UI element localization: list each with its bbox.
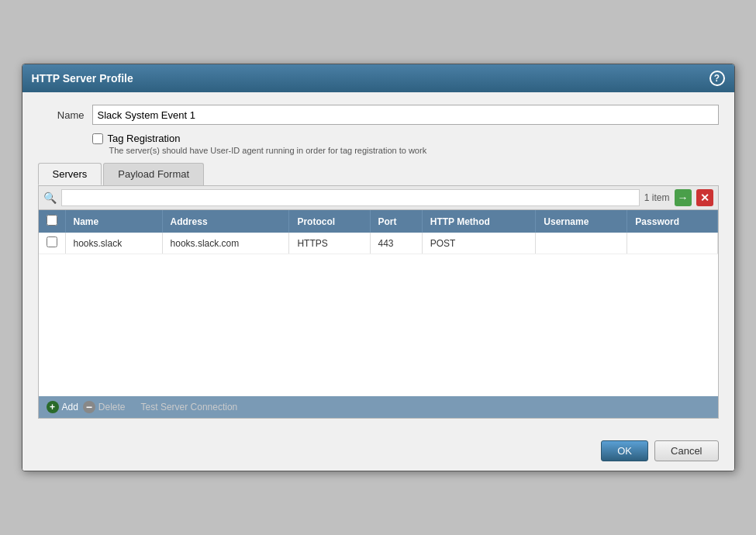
tabs-container: Servers Payload Format 🔍 1 item → ✕ bbox=[38, 163, 719, 419]
row-name: hooks.slack bbox=[65, 233, 162, 254]
row-port: 443 bbox=[370, 233, 422, 254]
test-label: Test Server Connection bbox=[141, 402, 238, 412]
delete-button[interactable]: − Delete bbox=[83, 401, 126, 413]
col-checkbox bbox=[39, 210, 66, 233]
name-label: Name bbox=[38, 109, 85, 121]
tag-registration-label: Tag Registration bbox=[108, 133, 181, 144]
plus-icon: + bbox=[47, 401, 59, 413]
search-icon: 🔍 bbox=[43, 192, 57, 204]
item-count: 1 item bbox=[644, 192, 670, 203]
minus-icon: − bbox=[83, 401, 95, 413]
col-password: Password bbox=[627, 210, 717, 233]
table-header: Name Address Protocol Port HTTP Method U… bbox=[39, 210, 718, 233]
dialog-title: HTTP Server Profile bbox=[32, 72, 133, 85]
name-input[interactable] bbox=[92, 105, 719, 125]
http-server-profile-dialog: HTTP Server Profile ? Name Tag Registrat… bbox=[22, 64, 735, 471]
select-all-checkbox[interactable] bbox=[47, 215, 57, 226]
search-bar: 🔍 1 item → ✕ bbox=[39, 186, 718, 210]
tag-registration-checkbox-line: Tag Registration bbox=[92, 133, 181, 144]
dialog-footer: OK Cancel bbox=[22, 431, 734, 471]
tab-servers[interactable]: Servers bbox=[38, 163, 102, 185]
row-checkbox[interactable] bbox=[47, 236, 57, 247]
row-username bbox=[536, 233, 627, 254]
search-input[interactable] bbox=[61, 189, 640, 206]
add-row-button[interactable]: → bbox=[675, 189, 692, 206]
servers-table: Name Address Protocol Port HTTP Method U… bbox=[39, 210, 718, 254]
tag-registration-hint: The server(s) should have User-ID agent … bbox=[109, 146, 427, 155]
table-body: hooks.slack hooks.slack.com HTTPS 443 PO… bbox=[39, 233, 718, 254]
table-row[interactable]: hooks.slack hooks.slack.com HTTPS 443 PO… bbox=[39, 233, 718, 254]
col-protocol: Protocol bbox=[289, 210, 370, 233]
ok-button[interactable]: OK bbox=[601, 440, 648, 461]
cancel-button[interactable]: Cancel bbox=[654, 440, 718, 461]
help-icon[interactable]: ? bbox=[709, 71, 725, 86]
add-label: Add bbox=[62, 402, 78, 412]
name-row: Name bbox=[38, 105, 719, 125]
col-username: Username bbox=[536, 210, 627, 233]
row-checkbox-cell bbox=[39, 233, 66, 254]
dialog-header: HTTP Server Profile ? bbox=[22, 64, 734, 92]
tabs-bar: Servers Payload Format bbox=[38, 163, 719, 185]
remove-row-button[interactable]: ✕ bbox=[696, 189, 713, 206]
delete-label: Delete bbox=[98, 402, 126, 412]
col-name: Name bbox=[65, 210, 162, 233]
table-toolbar: + Add − Delete Test Server Connection bbox=[39, 396, 718, 418]
row-http-method: POST bbox=[422, 233, 536, 254]
col-port: Port bbox=[370, 210, 422, 233]
table-area: Name Address Protocol Port HTTP Method U… bbox=[39, 210, 718, 396]
add-button[interactable]: + Add bbox=[47, 401, 78, 413]
row-protocol: HTTPS bbox=[289, 233, 370, 254]
dialog-body: Name Tag Registration The server(s) shou… bbox=[22, 92, 734, 431]
col-http-method: HTTP Method bbox=[422, 210, 536, 233]
row-password bbox=[627, 233, 717, 254]
tab-payload-format[interactable]: Payload Format bbox=[103, 163, 204, 185]
test-connection-button[interactable]: Test Server Connection bbox=[141, 402, 238, 412]
row-address: hooks.slack.com bbox=[162, 233, 289, 254]
col-address: Address bbox=[162, 210, 289, 233]
tag-registration-checkbox[interactable] bbox=[92, 133, 103, 144]
tab-content-servers: 🔍 1 item → ✕ Name bbox=[38, 185, 719, 419]
tag-registration-row: Tag Registration The server(s) should ha… bbox=[92, 133, 719, 155]
